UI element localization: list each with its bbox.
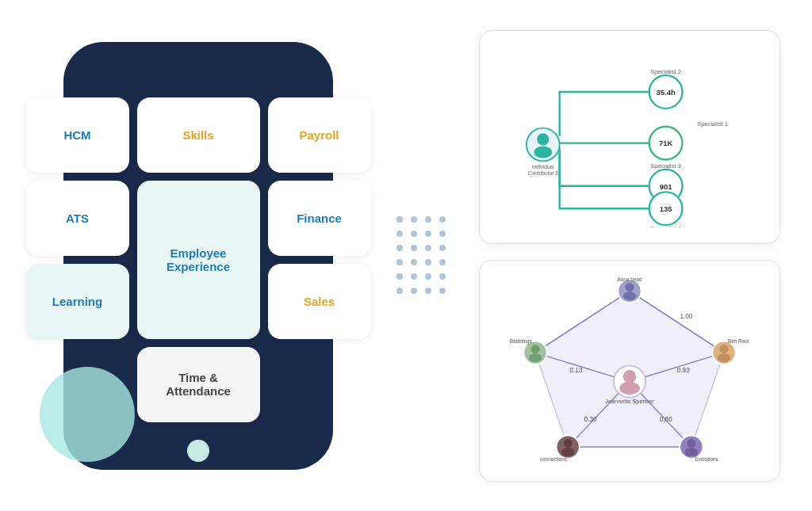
svg-text:135: 135 [660,204,673,213]
svg-text:Individual: Individual [532,163,555,169]
svg-text:0.13: 0.13 [569,366,582,373]
svg-point-31 [626,283,634,292]
svg-text:901: 901 [660,181,673,190]
card-skills[interactable]: Skills [137,97,260,173]
dots-grid [396,216,447,296]
right-section: Individual Contributor 2 35.4h Specialis… [479,30,780,482]
svg-text:connections: connections [540,456,567,461]
tree-chart-svg: Individual Contributor 2 35.4h Specialis… [496,47,764,227]
svg-point-52 [619,381,640,394]
svg-text:1.00: 1.00 [680,313,692,320]
dot [439,245,446,251]
tree-chart-card: Individual Contributor 2 35.4h Specialis… [479,30,780,244]
dot [396,288,403,294]
svg-text:Babblings: Babblings [510,338,532,345]
dot [396,245,403,251]
card-learning[interactable]: Learning [26,264,129,339]
dot [411,216,417,223]
card-sales[interactable]: Sales [268,264,371,339]
dot [425,231,431,237]
svg-text:Specialist 2: Specialist 2 [650,68,681,75]
dot [411,245,417,251]
phone-home-indicator [187,440,209,462]
svg-text:0.93: 0.93 [677,366,690,373]
svg-point-32 [623,292,636,300]
dot [425,216,431,223]
svg-text:Specialist 3: Specialist 3 [650,162,681,169]
card-ats[interactable]: ATS [26,181,129,256]
dot [411,288,417,294]
dot [396,259,403,265]
svg-point-40 [718,353,730,362]
dot [425,273,431,280]
card-finance[interactable]: Finance [268,181,371,256]
network-chart-svg: 1.00 0.13 0.93 0.30 0.80 [496,276,764,465]
dot [425,288,431,294]
dot [439,231,446,237]
main-container: HCM Skills Payroll ATS Employee Experien… [0,0,812,511]
svg-text:Specialist 4: Specialist 4 [650,224,681,227]
svg-text:Jeannette Spencer: Jeannette Spencer [605,398,654,405]
dot [439,216,446,223]
dot [425,245,431,251]
network-chart-card: 1.00 0.13 0.93 0.30 0.80 [479,260,780,482]
svg-text:0.80: 0.80 [660,416,672,423]
dot [439,273,446,280]
card-time-attendance[interactable]: Time & Attendance [137,347,260,422]
svg-text:0.30: 0.30 [584,416,597,423]
svg-point-44 [561,448,574,456]
dot [439,288,446,294]
svg-text:71K: 71K [659,139,673,147]
dot [396,216,403,223]
svg-point-43 [564,439,573,448]
svg-point-2 [534,146,552,158]
dot [411,259,417,265]
arrows-section [390,177,454,335]
card-hcm[interactable]: HCM [26,97,129,173]
svg-point-48 [685,448,698,456]
dot [425,259,431,265]
svg-point-51 [623,370,636,383]
svg-text:Evolutions: Evolutions [695,456,718,461]
card-employee-experience[interactable]: Employee Experience [137,181,260,339]
dot [439,259,446,265]
svg-text:Ben Root: Ben Root [728,338,749,344]
svg-point-47 [687,439,695,448]
module-grid: HCM Skills Payroll ATS Employee Experien… [26,97,371,422]
svg-text:Contributor 2: Contributor 2 [528,170,559,176]
svg-point-35 [531,345,540,353]
dot [396,273,403,280]
dot [411,231,417,237]
svg-point-1 [537,133,549,145]
svg-point-39 [720,345,729,353]
svg-text:Anna head: Anna head [618,276,642,281]
dot [411,273,417,280]
left-section: HCM Skills Payroll ATS Employee Experien… [32,26,365,486]
svg-text:Specialist 1: Specialist 1 [697,120,728,127]
card-payroll[interactable]: Payroll [268,97,371,173]
svg-point-36 [529,353,542,362]
dot [396,231,403,237]
svg-text:35.4h: 35.4h [656,87,675,96]
